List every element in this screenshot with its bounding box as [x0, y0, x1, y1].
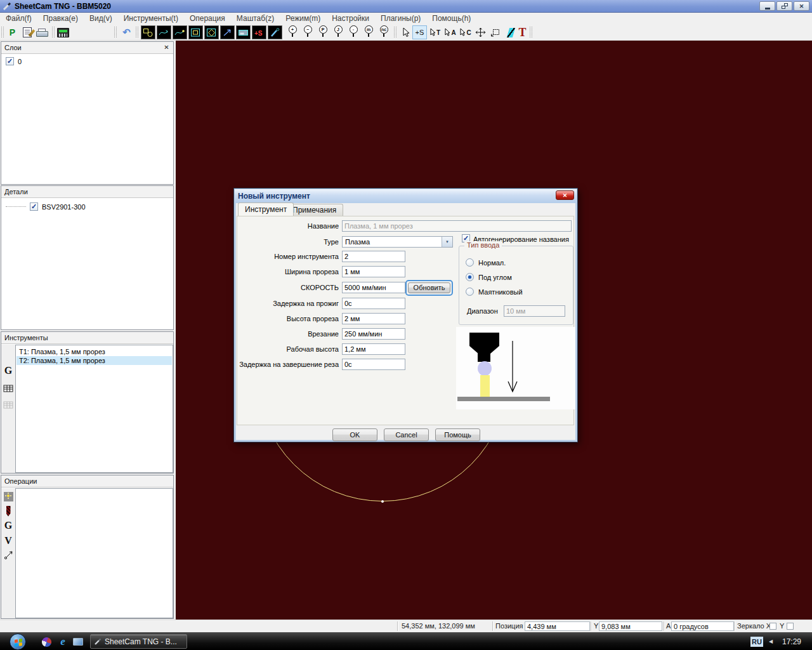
quicklaunch-ie-button[interactable]: e	[57, 636, 69, 647]
mirror-x-checkbox[interactable]	[769, 623, 776, 630]
tray-collapse-icon[interactable]: ◀	[769, 639, 773, 644]
offset-inside-button[interactable]	[188, 25, 203, 39]
menu-mode[interactable]: Режим(m)	[280, 14, 326, 23]
plunge-rate-input[interactable]	[342, 328, 405, 340]
ok-button[interactable]: OK	[332, 428, 377, 441]
layers-panel-header[interactable]: Слои ✕	[1, 42, 173, 54]
kerf-width-input[interactable]	[342, 266, 405, 277]
parts-tree[interactable]: ✓ BSV2901-300	[1, 199, 173, 329]
help-button[interactable]: Помощь	[435, 428, 480, 441]
window-titlebar[interactable]: SheetCam TNG - BBM5020 ✕	[0, 0, 812, 13]
closed-path-tool-button[interactable]	[173, 25, 187, 39]
tab-tool[interactable]: Инструмент	[238, 202, 294, 216]
parts-panel-header[interactable]: Детали	[1, 186, 173, 198]
clock[interactable]: 17:29	[782, 633, 801, 650]
menu-scale[interactable]: Маштаб(z)	[231, 14, 280, 23]
menu-help[interactable]: Помощь(h)	[426, 14, 476, 23]
cut-end-delay-input[interactable]	[342, 359, 405, 370]
zoom-in-button[interactable]: +	[285, 25, 299, 39]
gcode-operation-button[interactable]: G	[3, 520, 14, 531]
mirror-y-checkbox[interactable]	[787, 623, 794, 630]
undo-button[interactable]: ↶	[119, 25, 134, 39]
zoom-job-button[interactable]: J	[331, 25, 345, 39]
operations-panel-header[interactable]: Операции	[1, 475, 173, 488]
zoom-extents-button[interactable]: ▫	[346, 25, 360, 39]
vcut-operation-button[interactable]: V	[3, 535, 14, 547]
quicklaunch-desktop-button[interactable]	[72, 636, 84, 647]
select-all-cursor-button[interactable]: A	[443, 25, 457, 39]
part-checkbox[interactable]: ✓	[30, 202, 38, 211]
operations-list[interactable]	[15, 488, 173, 618]
feed-rate-input[interactable]	[342, 282, 405, 293]
tools-list[interactable]: T1: Плазма, 1,5 мм прорез T2: Плазма, 1,…	[15, 345, 173, 473]
shapes-tool-button[interactable]	[141, 25, 155, 39]
print-button[interactable]	[34, 25, 49, 39]
edit-document-button[interactable]	[20, 25, 34, 39]
layer-checkbox[interactable]: ✓	[6, 57, 14, 65]
pierce-delay-input[interactable]	[342, 298, 405, 309]
taskbar-app-button[interactable]: SheetCam TNG - B...	[90, 634, 187, 649]
select-start-mode-button[interactable]: +S	[412, 25, 427, 39]
tab-notes[interactable]: Примечания	[285, 204, 343, 216]
tools-panel-header[interactable]: Инструменты	[1, 332, 173, 344]
layers-close-button[interactable]: ✕	[162, 43, 171, 52]
new-plasma-tool-button[interactable]	[3, 348, 14, 360]
position-y-field[interactable]	[599, 621, 662, 631]
tool-table-disabled-button[interactable]	[3, 399, 14, 411]
type-combobox[interactable]: Плазма ▼	[342, 236, 453, 248]
tool-item-t2-selected[interactable]: T2: Плазма, 1,5 мм прорез	[16, 356, 172, 365]
part-item[interactable]: ✓ BSV2901-300	[6, 202, 86, 211]
select-tool-cursor-button[interactable]: T	[428, 25, 442, 39]
dialog-titlebar[interactable]: Новый инструмент	[235, 189, 577, 203]
range-input[interactable]	[504, 305, 565, 317]
update-button[interactable]: Обновить	[408, 282, 450, 293]
menu-edit[interactable]: Правка(e)	[37, 14, 84, 23]
combo-dropdown-button[interactable]: ▼	[442, 237, 452, 247]
menu-operation[interactable]: Операция	[184, 14, 231, 23]
close-button[interactable]: ✕	[794, 1, 809, 11]
move-tool-button[interactable]	[473, 25, 488, 39]
tool-number-input[interactable]	[342, 251, 405, 262]
new-operation-button[interactable]	[3, 491, 14, 502]
work-height-input[interactable]	[342, 343, 405, 355]
toolbar-grip[interactable]	[114, 27, 117, 37]
toolbar-grip[interactable]	[1, 27, 4, 37]
select-contour-cursor-button[interactable]: C	[458, 25, 473, 39]
tool-table-button[interactable]	[3, 383, 14, 394]
open-path-tool-button[interactable]	[157, 25, 171, 39]
toolbar-grip[interactable]	[530, 27, 532, 37]
gcode-tool-button[interactable]: G	[3, 365, 14, 376]
radio-angled[interactable]	[466, 273, 474, 281]
tool-item-t1[interactable]: T1: Плазма, 1,5 мм прорез	[16, 347, 172, 356]
select-cursor-button[interactable]	[398, 25, 413, 39]
pen-tool-button[interactable]	[268, 25, 282, 39]
name-input[interactable]	[342, 220, 572, 232]
offset-diagonal-button[interactable]	[204, 25, 219, 39]
menu-view[interactable]: Вид(v)	[84, 14, 118, 23]
zoom-part-button[interactable]: P	[316, 25, 330, 39]
menu-tools[interactable]: Инструменты(t)	[118, 14, 184, 23]
drill-operation-button[interactable]	[3, 505, 14, 517]
toolbar-grip[interactable]	[52, 27, 55, 37]
radio-pendulum[interactable]	[466, 288, 474, 296]
position-x-field[interactable]	[525, 621, 590, 631]
toolbar-grip[interactable]	[136, 27, 138, 37]
plate-tool-button[interactable]	[236, 25, 251, 39]
cut-height-input[interactable]	[342, 313, 405, 324]
text-tool-button[interactable]: T	[515, 25, 530, 39]
radio-normal[interactable]	[466, 258, 474, 267]
angle-field[interactable]	[671, 621, 734, 631]
language-indicator[interactable]: RU	[750, 637, 763, 647]
minimize-button[interactable]	[759, 1, 775, 11]
quicklaunch-app-button[interactable]	[41, 636, 52, 647]
dialog-close-button[interactable]: ✕	[556, 190, 574, 200]
toolbar-grip[interactable]	[394, 27, 396, 37]
zoom-machine-button[interactable]: m	[362, 25, 376, 39]
menu-plugins[interactable]: Плагины(p)	[375, 14, 426, 23]
layers-list[interactable]: ✓ 0	[1, 55, 173, 184]
lead-in-button[interactable]	[220, 25, 235, 39]
menu-file[interactable]: Файл(f)	[0, 14, 37, 23]
start-button[interactable]	[10, 633, 26, 650]
transform-tool-button[interactable]	[488, 25, 503, 39]
cancel-button[interactable]: Cancel	[384, 428, 429, 441]
